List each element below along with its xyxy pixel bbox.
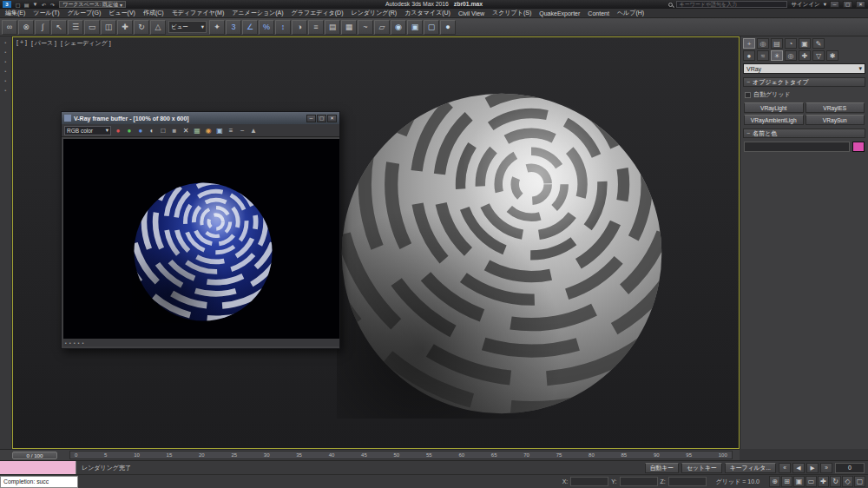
vfb-status-icon[interactable]: ▪ [82,340,84,346]
viewport-sphere-object[interactable] [337,89,667,419]
clear-image-icon[interactable]: ✕ [181,125,191,135]
key-filters-button[interactable]: キーフィルタ... [725,463,776,473]
curve-editor-icon[interactable]: ~ [358,20,373,35]
cat-shapes-icon[interactable]: ≈ [757,50,769,61]
orbit-icon[interactable]: ↻ [830,476,841,487]
vfb-status-icon[interactable]: ▪ [74,340,76,346]
menu-item[interactable]: Content [588,10,609,16]
green-channel-icon[interactable]: ● [124,125,135,135]
compare-images-icon[interactable]: ≡ [226,125,236,135]
blue-channel-icon[interactable]: ● [135,125,146,135]
snaps-toggle-icon[interactable]: 3 [226,20,241,35]
vraysun-button[interactable]: VRaySun [806,115,865,125]
close-button[interactable]: ✕ [856,1,865,8]
autogrid-checkbox[interactable] [745,92,751,98]
render-production-icon[interactable]: ● [440,20,456,35]
name-and-color-rollout-header[interactable]: − 名前と色 [743,129,865,138]
redo-icon[interactable]: ↷ [49,1,56,8]
menu-item[interactable]: レンダリング(R) [351,9,397,17]
mono-channel-icon[interactable]: ◐ [147,125,157,135]
zoom-region-icon[interactable]: ▭ [806,476,817,487]
menu-item[interactable]: モディファイヤ(M) [172,9,225,17]
dock-handle-icon[interactable]: ▪ [5,88,7,93]
time-slider-handle[interactable]: 0 / 100 [12,452,57,459]
zoom-extents-icon[interactable]: ▣ [793,476,805,487]
new-scene-icon[interactable]: ▢ [14,1,22,8]
setkey-button[interactable]: セットキー [681,463,722,473]
select-by-name-icon[interactable]: ☰ [68,20,83,35]
menu-item[interactable]: ヘルプ(H) [617,9,644,17]
render-history-icon[interactable]: ▲ [248,125,259,135]
menu-item[interactable]: アニメーション(A) [232,9,283,17]
object-name-input[interactable] [744,142,850,152]
menu-item[interactable]: QuakeExporter [539,10,580,16]
minimize-button[interactable]: ─ [306,115,316,122]
search-input[interactable] [676,1,787,8]
dock-handle-icon[interactable]: ▪ [5,59,7,64]
tab-display-icon[interactable]: ▣ [799,38,811,49]
previous-frame-icon[interactable]: ◀ [792,463,805,473]
minimize-button[interactable]: ─ [830,1,839,8]
play-icon[interactable]: ▶ [806,463,819,473]
save-file-icon[interactable]: ▼ [31,1,39,8]
mirror-icon[interactable]: ◑ [292,20,307,35]
ribbon-toggle-icon[interactable]: ▦ [341,20,357,35]
select-and-link-icon[interactable]: ∞ [2,20,17,35]
go-to-start-icon[interactable]: « [779,463,791,473]
vfb-status-icon[interactable]: ▪ [69,340,71,346]
color-corrections-icon[interactable]: ~ [237,125,247,135]
menu-item[interactable]: ツール(T) [33,9,59,17]
cat-helpers-icon[interactable]: ✚ [799,50,811,61]
cat-systems-icon[interactable]: ✱ [826,50,838,61]
signin-button[interactable]: サインイン [791,1,819,9]
close-button[interactable]: ✕ [327,115,337,122]
angle-snap-icon[interactable]: ∠ [242,20,258,35]
coord-z-input[interactable] [668,477,707,486]
autokey-button[interactable]: 自動キー [645,463,679,473]
chevron-down-icon[interactable]: ▾ [824,1,826,8]
viewport-view-menu[interactable]: [ パース ] [31,39,56,48]
menu-item[interactable]: カスタマイズ(U) [404,9,450,17]
vraylight-button[interactable]: VRayLight [744,102,804,113]
viewport-plus-menu[interactable]: [ + ] [16,39,27,48]
render-setup-icon[interactable]: ▣ [407,20,423,35]
coord-y-input[interactable] [620,477,658,486]
object-type-rollout-header[interactable]: − オブジェクトタイプ [743,77,865,87]
unlink-selection-icon[interactable]: ⊗ [18,20,34,35]
selection-region-icon[interactable]: ▭ [84,20,100,35]
menu-item[interactable]: 作成(C) [143,9,164,17]
tab-utilities-icon[interactable]: ✎ [812,38,825,49]
vfb-status-icon[interactable]: ▪ [65,340,67,346]
track-mouse-icon[interactable]: ◉ [203,125,214,135]
menu-item[interactable]: Civil View [458,10,484,16]
dock-handle-icon[interactable]: ▪ [5,78,7,83]
select-and-rotate-icon[interactable]: ↻ [134,20,149,35]
undo-icon[interactable]: ↶ [40,1,48,8]
open-file-icon[interactable]: ▤ [23,1,30,8]
red-channel-icon[interactable]: ● [113,125,123,135]
workspace-selector[interactable]: ワークスペース: 既定値 ▾ [59,1,126,8]
menu-item[interactable]: ビュー(V) [108,9,135,17]
tab-hierarchy-icon[interactable]: ▤ [771,38,783,49]
application-menu-button[interactable]: 3 [3,1,11,8]
vrayambientlight-button[interactable]: VRayAmbientLigh [744,115,804,125]
maximize-viewport-icon[interactable]: ▢ [854,476,865,487]
layer-manager-icon[interactable]: ▤ [325,20,340,35]
select-and-move-icon[interactable]: ✚ [117,20,133,35]
window-crossing-icon[interactable]: ◫ [101,20,116,35]
object-category-dropdown[interactable]: VRay ▾ [743,63,865,74]
vfb-status-icon[interactable]: ▪ [78,340,80,346]
zoom-icon[interactable]: ⊕ [769,476,780,487]
select-object-icon[interactable]: ↖ [51,20,67,35]
select-and-manipulate-icon[interactable]: ✦ [209,20,225,35]
fov-icon[interactable]: ◇ [842,476,853,487]
go-to-end-icon[interactable]: » [820,463,832,473]
select-and-scale-icon[interactable]: △ [150,20,166,35]
vfb-title-bar[interactable]: V-Ray frame buffer - [100% of 800 x 600]… [62,112,339,124]
current-frame-field[interactable] [835,463,865,473]
maxscript-mini-listener[interactable] [0,461,76,475]
tab-motion-icon[interactable]: ◔ [785,38,797,49]
region-render-icon[interactable]: ▦ [192,125,202,135]
alpha-channel-icon[interactable]: □ [158,125,168,135]
dock-handle-icon[interactable]: ▪ [5,40,7,45]
